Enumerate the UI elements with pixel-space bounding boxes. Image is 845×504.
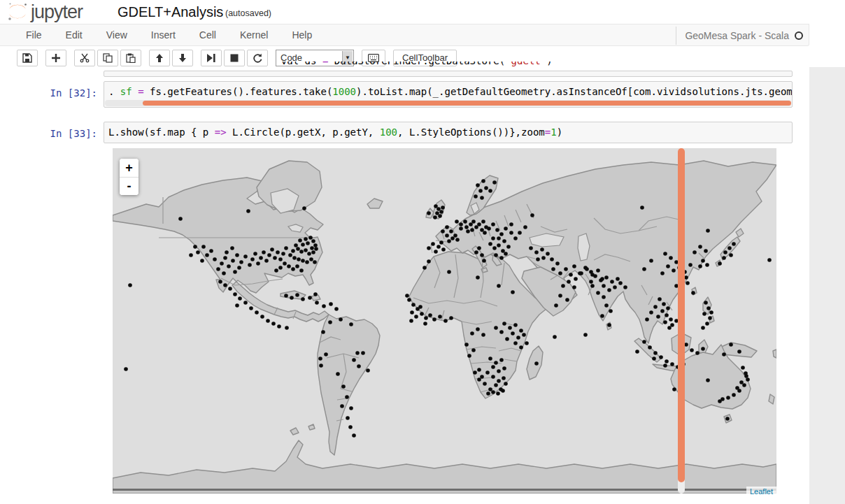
header-top: jupyter GDELT+Analysis (autosaved)	[0, 0, 845, 24]
menu-item-help[interactable]: Help	[280, 24, 324, 45]
plus-icon	[51, 53, 61, 63]
zoom-out-button[interactable]: -	[120, 177, 139, 195]
kernel-block: GeoMesa Spark - Scala	[676, 27, 803, 45]
keyboard-icon	[368, 54, 379, 62]
page-background-gutter	[809, 67, 845, 504]
map-attribution: Leaflet	[746, 487, 776, 496]
output-vertical-scrollbar-thumb[interactable]	[678, 148, 685, 482]
input-prompt-32: In [32]:	[0, 81, 104, 108]
leaflet-link[interactable]: Leaflet	[750, 487, 773, 496]
notebook-title[interactable]: GDELT+Analysis	[118, 4, 223, 20]
jupyter-logo-icon	[7, 1, 28, 23]
input-prompt-33: In [33]:	[0, 122, 104, 143]
leaflet-map[interactable]: + - Leaflet	[113, 148, 776, 494]
zoom-in-button[interactable]: +	[120, 159, 139, 177]
add-cell-button[interactable]	[45, 50, 66, 66]
menu-item-cell[interactable]: Cell	[187, 24, 228, 45]
menu-item-kernel[interactable]: Kernel	[228, 24, 280, 45]
menubar: FileEditViewInsertCellKernelHelp GeoMesa…	[0, 24, 809, 46]
code-editor-33[interactable]: L.show(sf.map { p => L.Circle(p.getX, p.…	[104, 122, 793, 143]
horizontal-scrollbar-thumb[interactable]	[143, 101, 791, 106]
menu-item-insert[interactable]: Insert	[139, 24, 187, 45]
output-area-33: + - Leaflet	[0, 148, 809, 494]
world-map-svg	[113, 148, 776, 494]
code-cell-33: In [33]: L.show(sf.map { p => L.Circle(p…	[0, 122, 809, 143]
jupyter-logo-text: jupyter	[31, 1, 83, 23]
menu-item-edit[interactable]: Edit	[54, 24, 94, 45]
save-icon	[22, 53, 32, 63]
map-zoom-control: + -	[120, 159, 139, 195]
menu-item-file[interactable]: File	[14, 24, 54, 45]
output-vertical-scrollbar[interactable]	[678, 148, 685, 494]
code-cell-32: In [32]: . sf = fs.getFeatures().feature…	[0, 81, 809, 108]
notebook-header: jupyter GDELT+Analysis (autosaved) FileE…	[0, 0, 845, 67]
cut-cell-button[interactable]	[74, 50, 95, 66]
scissors-icon	[80, 53, 90, 63]
autosave-status: (autosaved)	[225, 8, 271, 18]
cells-container: val ds = DataStoreFinder.getDataStore("g…	[0, 67, 809, 494]
kernel-idle-indicator-icon	[795, 31, 803, 40]
jupyter-logo[interactable]: jupyter	[7, 1, 83, 23]
partial-cell-clipped-code[interactable]: val ds = DataStoreFinder.getDataStore("g…	[104, 62, 792, 69]
code-editor-32[interactable]: . sf = fs.getFeatures().features.take(10…	[104, 81, 793, 108]
menu-items: FileEditViewInsertCellKernelHelp	[14, 24, 324, 45]
menu-item-view[interactable]: View	[94, 24, 139, 45]
kernel-name: GeoMesa Spark - Scala	[685, 30, 789, 41]
horizontal-scrollbar[interactable]	[105, 100, 791, 106]
save-button[interactable]	[17, 50, 38, 66]
partial-cell-scrollbar-track[interactable]	[104, 71, 793, 77]
notebook-site: val ds = DataStoreFinder.getDataStore("g…	[0, 67, 809, 494]
